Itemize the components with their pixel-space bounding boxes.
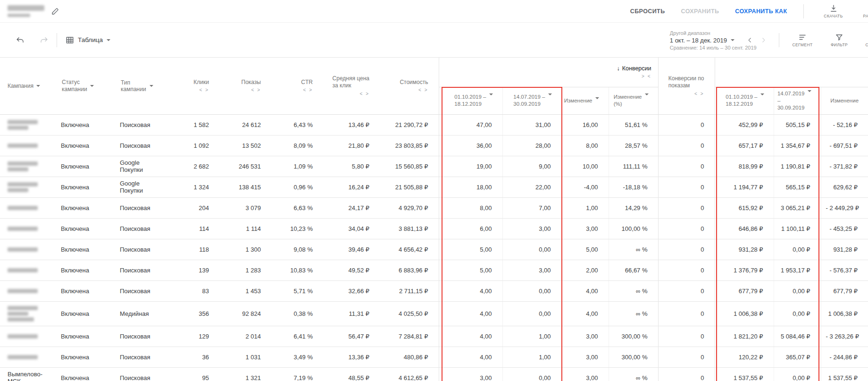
campaign-type-cell: Поисковая [113, 114, 158, 135]
previous-range-button[interactable] [747, 37, 753, 43]
metric-cell: 16,24 ₽ [323, 177, 380, 197]
column-header-avg-cpc[interactable]: Средняя цена за клик < > [323, 58, 380, 114]
campaign-cell[interactable] [0, 347, 54, 367]
metric-cell: 677,79 ₽ [821, 280, 868, 301]
metric-cell: 0 [658, 156, 715, 177]
campaign-status-cell: Включена [54, 177, 113, 197]
redacted-campaign-name [8, 268, 38, 272]
metric-cell: 1 953,17 ₽ [774, 260, 821, 280]
campaign-cell[interactable] [0, 280, 54, 301]
conversions-period-b-header[interactable]: 14.07.2019 – 30.09.2019 [502, 87, 561, 114]
schedule-button[interactable]: РАСПИСАНИЕ [863, 4, 868, 18]
segment-button[interactable]: СЕГМЕНТ [789, 33, 816, 47]
campaign-cell[interactable] [0, 239, 54, 260]
metric-cell: ∞ % [609, 239, 658, 260]
undo-button[interactable] [16, 36, 25, 44]
table-row: Вымпелово-МСКВключенаПоисковая951 3217,1… [0, 367, 868, 381]
metric-cell: 4 929,70 ₽ [380, 197, 439, 218]
column-header-campaign[interactable]: Кампания [0, 58, 54, 114]
download-button[interactable]: СКАЧАТЬ [820, 4, 847, 18]
cost-change-header[interactable]: Изменение [821, 87, 868, 114]
date-nav [747, 37, 767, 43]
metric-cell: 657,17 ₽ [715, 135, 774, 156]
metric-cell: 3 079 [219, 197, 271, 218]
campaign-cell[interactable] [0, 156, 54, 177]
conversions-change-pct-header[interactable]: Изменение (%) [609, 87, 658, 114]
expand-comparison-icon[interactable]: < > [384, 87, 428, 93]
chevron-down-icon [760, 93, 764, 95]
divider [803, 4, 804, 18]
save-button[interactable]: СОХРАНИТЬ [681, 8, 719, 15]
metric-cell: 8,09 % [271, 135, 323, 156]
conversions-change-header[interactable]: Изменение [561, 87, 609, 114]
chevron-down-icon [548, 93, 552, 95]
metric-cell: 677,79 ₽ [715, 280, 774, 301]
metric-cell: 4,00 [439, 347, 502, 367]
pencil-icon [51, 7, 59, 16]
campaign-cell[interactable] [0, 326, 54, 347]
save-as-button[interactable]: СОХРАНИТЬ КАК [735, 8, 787, 15]
metric-cell: 629,62 ₽ [821, 177, 868, 197]
expand-comparison-icon[interactable]: < > [663, 91, 704, 96]
metric-cell: 646,86 ₽ [715, 218, 774, 239]
column-header-conversions-by-impressions[interactable]: Конверсии по показам < > [658, 58, 715, 114]
metric-cell: 4,00 [561, 301, 609, 326]
expand-comparison-icon[interactable]: < > [276, 87, 313, 93]
segment-icon [798, 33, 807, 42]
reset-button[interactable]: СБРОСИТЬ [630, 8, 665, 15]
metric-cell: 1 190,81 ₽ [774, 156, 821, 177]
edit-title-button[interactable] [51, 7, 59, 16]
view-type-dropdown[interactable]: Таблица [66, 36, 110, 44]
campaign-cell[interactable] [0, 177, 54, 197]
metric-cell: 22,00 [502, 177, 561, 197]
expand-comparison-icon[interactable]: < > [328, 91, 369, 96]
chevron-down-icon [150, 85, 153, 87]
metric-cell: 3 065,21 ₽ [774, 197, 821, 218]
campaign-cell[interactable] [0, 114, 54, 135]
metric-cell: 4 656,42 ₽ [380, 239, 439, 260]
expand-comparison-icon[interactable]: < > [224, 87, 261, 93]
metric-cell: 246 531 [219, 156, 271, 177]
campaign-cell[interactable]: Вымпелово-МСК [0, 367, 54, 381]
column-header-impressions[interactable]: Показы < > [219, 58, 271, 114]
metric-cell: 34,04 ₽ [323, 218, 380, 239]
metric-cell: 0,00 ₽ [774, 301, 821, 326]
next-range-button[interactable] [760, 37, 767, 43]
redacted-campaign-name [8, 317, 34, 322]
filter-button[interactable]: ФИЛЬТР [826, 33, 853, 47]
cost-period-a-header[interactable]: 01.10.2019 – 18.12.2019 [715, 87, 774, 114]
campaign-cell[interactable] [0, 135, 54, 156]
metric-cell: 3,00 [561, 367, 609, 381]
column-header-clicks[interactable]: Клики < > [158, 58, 219, 114]
metric-cell: 8,00 [561, 135, 609, 156]
column-header-cost[interactable]: Стоимость < > [380, 58, 439, 114]
column-header-type[interactable]: Тип кампании [113, 58, 158, 114]
redacted-campaign-name [8, 182, 38, 186]
metric-cell: 0,00 [502, 239, 561, 260]
column-group-cost-comparison [715, 58, 868, 87]
redacted-campaign-name [8, 312, 28, 316]
redacted-campaign-name [8, 306, 38, 310]
table-view-icon [66, 36, 74, 44]
cost-period-b-header[interactable]: 14.07.2019 – 30.09.2019 [774, 87, 821, 114]
collapse-comparison-icon[interactable]: > < [444, 74, 651, 79]
redo-button[interactable] [40, 36, 48, 44]
date-range-dropdown[interactable]: 1 окт. – 18 дек. 2019 [670, 37, 767, 44]
metric-cell: 0 [658, 135, 715, 156]
table-row: ВключенаGoogle Покупки1 324138 4150,96 %… [0, 177, 868, 197]
metric-cell: 49,52 ₽ [323, 260, 380, 280]
metric-cell: 1 537,55 ₽ [821, 367, 868, 381]
campaign-cell[interactable] [0, 260, 54, 280]
metric-cell: 2 682 [158, 156, 219, 177]
expand-comparison-icon[interactable]: < > [163, 87, 209, 93]
column-header-ctr[interactable]: CTR < > [271, 58, 323, 114]
campaign-cell[interactable] [0, 218, 54, 239]
metric-cell: 4 025,50 ₽ [380, 301, 439, 326]
campaign-cell[interactable] [0, 197, 54, 218]
campaign-cell[interactable] [0, 301, 54, 326]
column-header-status[interactable]: Статус кампании [54, 58, 113, 114]
column-group-conversions[interactable]: ↓ Конверсии > < [439, 58, 658, 87]
metric-cell: 24 612 [219, 114, 271, 135]
conversions-period-a-header[interactable]: 01.10.2019 – 18.12.2019 [439, 87, 502, 114]
columns-button[interactable]: СТОЛБЦЫ [862, 33, 868, 47]
